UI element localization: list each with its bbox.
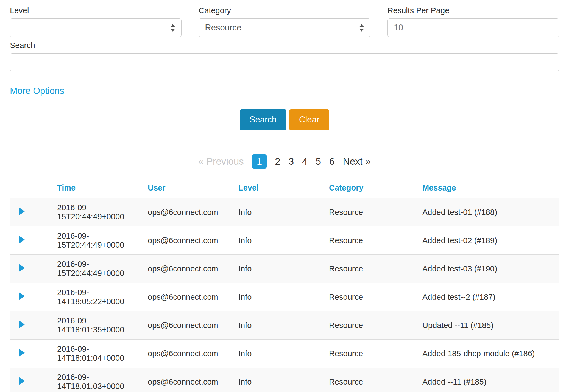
arrow-down-icon bbox=[170, 29, 175, 32]
cell-level: Info bbox=[235, 368, 326, 392]
pagination-previous[interactable]: « Previous bbox=[198, 156, 244, 167]
pagination-page-5[interactable]: 5 bbox=[316, 156, 321, 167]
cell-time: 2016-09-14T18:05:22+0000 bbox=[54, 283, 144, 311]
pagination-next[interactable]: Next » bbox=[343, 156, 371, 167]
cell-category: Resource bbox=[326, 311, 419, 340]
cell-message: Added 185-dhcp-module (#186) bbox=[419, 340, 559, 368]
search-input[interactable] bbox=[10, 53, 559, 71]
arrow-down-icon bbox=[359, 29, 364, 32]
user-column-header[interactable]: User bbox=[144, 179, 235, 198]
arrow-up-icon bbox=[170, 24, 175, 27]
cell-message: Added --11 (#185) bbox=[419, 368, 559, 392]
pagination-page-1[interactable]: 1 bbox=[252, 154, 267, 169]
log-search-page: Level Category Resource Results Per Page bbox=[0, 0, 569, 392]
cell-user: ops@6connect.com bbox=[144, 283, 235, 311]
cell-time: 2016-09-15T20:44:49+0000 bbox=[54, 226, 144, 255]
pagination-page-6[interactable]: 6 bbox=[329, 156, 334, 167]
expand-row-icon[interactable] bbox=[19, 208, 25, 215]
cell-time: 2016-09-14T18:01:04+0000 bbox=[54, 340, 144, 368]
search-label: Search bbox=[10, 41, 559, 50]
level-select[interactable] bbox=[10, 18, 182, 37]
table-row: 2016-09-15T20:44:49+0000ops@6connect.com… bbox=[10, 255, 559, 283]
cell-message: Added test-03 (#190) bbox=[419, 255, 559, 283]
expand-row-icon[interactable] bbox=[19, 377, 25, 385]
results-per-page-input[interactable] bbox=[387, 18, 559, 37]
cell-level: Info bbox=[235, 198, 326, 226]
select-updown-icon bbox=[359, 24, 364, 32]
category-label: Category bbox=[199, 6, 370, 15]
table-row: 2016-09-14T18:05:22+0000ops@6connect.com… bbox=[10, 283, 559, 311]
expand-cell bbox=[10, 198, 54, 226]
expand-row-icon[interactable] bbox=[19, 349, 25, 357]
cell-message: Added test--2 (#187) bbox=[419, 283, 559, 311]
category-filter-group: Category Resource bbox=[199, 6, 370, 37]
pagination-page-4[interactable]: 4 bbox=[302, 156, 307, 167]
clear-button[interactable]: Clear bbox=[289, 109, 329, 130]
expand-row-icon[interactable] bbox=[19, 292, 25, 300]
table-row: 2016-09-15T20:44:49+0000ops@6connect.com… bbox=[10, 198, 559, 226]
buttons-row: Search Clear bbox=[10, 109, 559, 130]
pagination-page-3[interactable]: 3 bbox=[289, 156, 294, 167]
cell-message: Updated --11 (#185) bbox=[419, 311, 559, 340]
cell-time: 2016-09-14T18:01:35+0000 bbox=[54, 311, 144, 340]
pagination: « Previous123456Next » bbox=[10, 154, 559, 169]
time-column-header[interactable]: Time bbox=[54, 179, 144, 198]
table-row: 2016-09-15T20:44:49+0000ops@6connect.com… bbox=[10, 226, 559, 255]
table-row: 2016-09-14T18:01:35+0000ops@6connect.com… bbox=[10, 311, 559, 340]
cell-level: Info bbox=[235, 255, 326, 283]
expand-column-header bbox=[10, 179, 54, 198]
cell-user: ops@6connect.com bbox=[144, 311, 235, 340]
select-updown-icon bbox=[170, 24, 175, 32]
cell-message: Added test-01 (#188) bbox=[419, 198, 559, 226]
level-label: Level bbox=[10, 6, 182, 15]
cell-user: ops@6connect.com bbox=[144, 255, 235, 283]
cell-category: Resource bbox=[326, 255, 419, 283]
level-filter-group: Level bbox=[10, 6, 182, 37]
cell-level: Info bbox=[235, 340, 326, 368]
log-table-header: Time User Level Category Message bbox=[10, 179, 559, 198]
arrow-up-icon bbox=[359, 24, 364, 27]
search-section: Search bbox=[10, 41, 559, 71]
more-options-link[interactable]: More Options bbox=[10, 86, 64, 96]
cell-user: ops@6connect.com bbox=[144, 226, 235, 255]
header-row: Time User Level Category Message bbox=[10, 179, 559, 198]
cell-time: 2016-09-15T20:44:49+0000 bbox=[54, 255, 144, 283]
expand-cell bbox=[10, 283, 54, 311]
cell-user: ops@6connect.com bbox=[144, 340, 235, 368]
results-per-page-label: Results Per Page bbox=[387, 6, 559, 15]
cell-user: ops@6connect.com bbox=[144, 368, 235, 392]
cell-category: Resource bbox=[326, 226, 419, 255]
cell-category: Resource bbox=[326, 283, 419, 311]
cell-level: Info bbox=[235, 311, 326, 340]
expand-cell bbox=[10, 368, 54, 392]
category-select-value: Resource bbox=[205, 23, 241, 33]
table-row: 2016-09-14T18:01:04+0000ops@6connect.com… bbox=[10, 340, 559, 368]
expand-cell bbox=[10, 340, 54, 368]
expand-cell bbox=[10, 311, 54, 340]
expand-cell bbox=[10, 255, 54, 283]
cell-time: 2016-09-15T20:44:49+0000 bbox=[54, 198, 144, 226]
log-table-body: 2016-09-15T20:44:49+0000ops@6connect.com… bbox=[10, 198, 559, 392]
log-table: Time User Level Category Message 2016-09… bbox=[10, 179, 559, 392]
category-select[interactable]: Resource bbox=[199, 18, 370, 37]
expand-row-icon[interactable] bbox=[19, 321, 25, 328]
expand-cell bbox=[10, 226, 54, 255]
expand-row-icon[interactable] bbox=[19, 264, 25, 272]
cell-category: Resource bbox=[326, 340, 419, 368]
table-row: 2016-09-14T18:01:03+0000ops@6connect.com… bbox=[10, 368, 559, 392]
level-column-header[interactable]: Level bbox=[235, 179, 326, 198]
pagination-page-2[interactable]: 2 bbox=[275, 156, 280, 167]
search-button[interactable]: Search bbox=[240, 109, 286, 130]
cell-message: Added test-02 (#189) bbox=[419, 226, 559, 255]
cell-category: Resource bbox=[326, 198, 419, 226]
message-column-header[interactable]: Message bbox=[419, 179, 559, 198]
cell-level: Info bbox=[235, 283, 326, 311]
cell-time: 2016-09-14T18:01:03+0000 bbox=[54, 368, 144, 392]
filters-row: Level Category Resource Results Per Page bbox=[10, 6, 559, 37]
results-per-page-group: Results Per Page bbox=[387, 6, 559, 37]
category-column-header[interactable]: Category bbox=[326, 179, 419, 198]
expand-row-icon[interactable] bbox=[19, 236, 25, 243]
cell-category: Resource bbox=[326, 368, 419, 392]
cell-level: Info bbox=[235, 226, 326, 255]
cell-user: ops@6connect.com bbox=[144, 198, 235, 226]
